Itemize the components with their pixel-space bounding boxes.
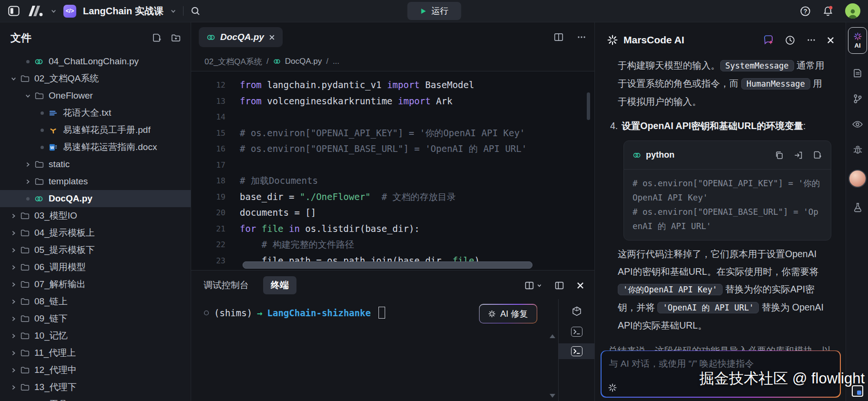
tree-item[interactable]: 03_模型IO [0, 207, 191, 224]
scroll-down-icon[interactable] [550, 394, 555, 398]
new-folder-icon[interactable] [171, 33, 181, 43]
more-actions-icon[interactable] [576, 32, 587, 42]
breadcrumb-more[interactable]: ... [333, 57, 339, 66]
chevron-right-icon[interactable] [21, 161, 34, 168]
chevron-right-icon[interactable] [7, 213, 20, 219]
breadcrumb-file[interactable]: DocQA.py [285, 57, 322, 66]
code-line[interactable]: 12from langchain.pydantic_v1 import Base… [191, 77, 594, 93]
tree-item[interactable]: 易速鲜花员工手册.pdf [0, 121, 191, 139]
new-file-from-code-icon[interactable] [813, 150, 822, 160]
new-file-icon[interactable] [152, 33, 162, 43]
code-line[interactable]: 15# os.environ["OPENAI_API_KEY"] = '你的Op… [191, 125, 594, 141]
sidebar-toggle-icon[interactable] [8, 5, 20, 17]
chevron-right-icon[interactable] [7, 333, 20, 339]
close-tab-icon[interactable] [269, 34, 275, 40]
chevron-right-icon[interactable] [7, 281, 20, 288]
code-line[interactable]: 19base_dir = "./OneFlower" # 文档的存放目录 [191, 189, 594, 205]
chevron-right-icon[interactable] [7, 367, 20, 373]
code-line[interactable]: 20documents = [] [191, 205, 594, 221]
input-sparkle-icon[interactable] [608, 383, 617, 392]
chevron-right-icon[interactable] [7, 384, 20, 391]
chevron-right-icon[interactable] [21, 179, 34, 185]
marscode-logo[interactable] [27, 5, 44, 17]
chevron-right-icon[interactable] [7, 230, 20, 236]
tree-item[interactable]: OneFlower [0, 87, 191, 104]
code-line[interactable]: 14 [191, 109, 594, 125]
tree-item[interactable]: DocQA.py [0, 190, 191, 207]
chevron-right-icon[interactable] [7, 316, 20, 322]
code-editor[interactable]: 12from langchain.pydantic_v1 import Base… [191, 71, 594, 270]
maximize-panel-icon[interactable] [554, 281, 564, 291]
breadcrumb-folder[interactable]: 02_文档QA系统 [204, 56, 262, 67]
terminal-instance-icon[interactable] [559, 324, 594, 340]
ai-fix-button[interactable]: AI 修复 [479, 304, 537, 323]
tree-item[interactable]: static [0, 156, 191, 173]
code-line[interactable]: 17 [191, 157, 594, 173]
horizontal-scrollbar[interactable] [243, 261, 532, 269]
ai-activity-item[interactable]: AI [848, 27, 867, 54]
tree-item[interactable]: 06_调用模型 [0, 259, 191, 276]
close-panel-icon[interactable] [577, 282, 584, 289]
vertical-scrollbar[interactable] [587, 92, 590, 120]
dev-container-icon[interactable] [559, 303, 594, 320]
history-icon[interactable] [785, 35, 796, 46]
tree-item[interactable]: 13_代理下 [0, 379, 191, 396]
tree-item[interactable]: 05_提示模板下 [0, 241, 191, 259]
code-line[interactable]: 13from volcenginesdkarkruntime import Ar… [191, 93, 594, 110]
tree-item[interactable]: 07_解析输出 [0, 276, 191, 293]
run-button[interactable]: 运行 [407, 2, 461, 20]
tree-item[interactable]: 14_工具 [0, 396, 191, 401]
tree-item[interactable]: templates [0, 173, 191, 190]
tree-item[interactable]: 08_链上 [0, 293, 191, 310]
code-line[interactable]: 18# 加载Documents [191, 173, 594, 189]
code-line[interactable]: 16# os.environ["OPENAI_BASE_URL"] = 'Ope… [191, 141, 594, 157]
help-icon[interactable]: ? [800, 6, 811, 17]
notifications-bell-icon[interactable] [822, 5, 834, 17]
insert-code-icon[interactable] [794, 150, 803, 160]
preview-eye-icon[interactable] [852, 119, 863, 130]
tree-item[interactable]: W易速鲜花运营指南.docx [0, 139, 191, 156]
split-editor-icon[interactable] [553, 32, 564, 42]
chevron-right-icon[interactable] [7, 350, 20, 356]
terminal-instance-selected-icon[interactable] [559, 343, 594, 359]
tree-item[interactable]: 花语大全.txt [0, 104, 191, 121]
tree-item[interactable]: 12_代理中 [0, 361, 191, 379]
close-ai-panel-icon[interactable] [827, 37, 834, 44]
file-name: 14_工具 [34, 398, 68, 401]
document-outline-icon[interactable] [852, 68, 863, 79]
split-terminal-icon[interactable] [524, 281, 542, 291]
copy-code-icon[interactable] [775, 150, 784, 160]
chevron-down-icon[interactable] [7, 76, 20, 82]
tree-item[interactable]: 11_代理上 [0, 344, 191, 361]
new-chat-icon[interactable] [763, 34, 774, 46]
code-card-body[interactable]: # os.environ["OPENAI_API_KEY"] = '你的Open… [624, 170, 831, 240]
source-control-icon[interactable] [852, 93, 863, 104]
more-options-icon[interactable] [806, 35, 817, 45]
tree-item[interactable]: 04_ChatLongChain.py [0, 53, 191, 70]
code-line[interactable]: 21for file in os.listdir(base_dir): [191, 221, 594, 237]
test-flask-icon[interactable] [852, 202, 863, 213]
user-avatar[interactable] [845, 3, 860, 19]
project-chevron-down-icon[interactable] [170, 8, 176, 14]
chevron-right-icon[interactable] [7, 299, 20, 305]
tree-item[interactable]: 02_文档QA系统 [0, 70, 191, 87]
debug-bug-icon[interactable] [852, 144, 863, 155]
tab-terminal[interactable]: 终端 [263, 276, 296, 294]
code-line[interactable]: 22 # 构建完整的文件路径 [191, 237, 594, 253]
tree-item[interactable]: 04_提示模板上 [0, 224, 191, 241]
project-name[interactable]: LangChain 实战课 [83, 5, 163, 18]
ai-chat-input[interactable] [602, 351, 840, 397]
chevron-down-icon[interactable] [21, 93, 34, 99]
tree-item[interactable]: 10_记忆 [0, 327, 191, 344]
chevron-right-icon[interactable] [7, 264, 20, 271]
assistant-avatar[interactable] [848, 170, 867, 188]
tab-docqa[interactable]: DocQA.py [199, 27, 283, 47]
tree-item[interactable]: 09_链下 [0, 310, 191, 327]
tab-debug-console[interactable]: 调试控制台 [204, 279, 249, 291]
workspace-chevron-down-icon[interactable] [51, 8, 57, 14]
chevron-right-icon[interactable] [7, 247, 20, 253]
remote-window-icon[interactable] [852, 385, 863, 397]
search-icon[interactable] [190, 6, 201, 16]
scroll-up-icon[interactable] [550, 334, 555, 338]
terminal-body[interactable]: (shims) → LangChain-shizhanke AI 修复 [191, 299, 594, 401]
